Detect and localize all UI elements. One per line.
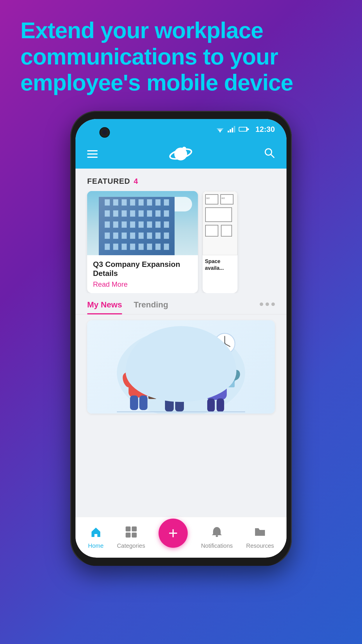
svg-rect-52 [217, 398, 224, 412]
nav-resources[interactable]: Resources [246, 526, 274, 549]
svg-rect-51 [207, 398, 215, 412]
more-dots[interactable] [260, 302, 275, 306]
svg-point-3 [219, 131, 221, 132]
news-card[interactable] [87, 320, 275, 414]
home-label: Home [88, 542, 103, 549]
categories-icon [125, 526, 137, 541]
floor-plan: 0/2 0/2 [203, 191, 238, 255]
fab-button[interactable]: + [159, 519, 188, 548]
logo-icon [169, 142, 192, 166]
featured-row: Q3 Company Expansion Details Read More 0… [75, 191, 287, 293]
nav-categories[interactable]: Categories [117, 526, 145, 549]
notifications-icon [211, 526, 223, 541]
svg-line-15 [271, 154, 274, 158]
status-time: 12:30 [256, 125, 275, 134]
svg-rect-57 [132, 533, 137, 538]
svg-rect-58 [216, 535, 218, 537]
svg-rect-6 [232, 128, 233, 132]
search-button[interactable] [264, 147, 275, 161]
building-illustration [87, 191, 198, 255]
camera [99, 127, 110, 138]
featured-header: FEATURED 4 [75, 169, 287, 191]
categories-label: Categories [117, 542, 145, 549]
card-info: Q3 Company Expansion Details Read More [87, 255, 198, 293]
wifi-icon [215, 126, 225, 132]
nav-home[interactable]: Home [88, 526, 103, 549]
bottom-nav: Home Categories + [75, 517, 287, 558]
top-nav [75, 139, 287, 169]
svg-rect-5 [230, 129, 231, 132]
svg-rect-7 [234, 126, 235, 132]
fab-plus-icon: + [168, 525, 178, 541]
content-area: FEATURED 4 [75, 169, 287, 517]
nav-notifications[interactable]: Notifications [201, 526, 233, 549]
team-illustration [87, 320, 275, 414]
phone-shell: 12:30 FEATURE [70, 111, 292, 566]
headline-text: Extend your workplace communications to … [20, 18, 342, 96]
phone-screen: 12:30 FEATURE [75, 119, 287, 558]
signal-icon [228, 126, 236, 132]
card-title: Q3 Company Expansion Details [93, 260, 192, 278]
card-link[interactable]: Read More [93, 280, 192, 288]
resources-label: Resources [246, 542, 274, 549]
svg-rect-55 [132, 526, 137, 531]
resources-icon [254, 526, 266, 541]
tab-trending[interactable]: Trending [134, 300, 168, 314]
tab-my-news[interactable]: My News [87, 300, 122, 314]
svg-rect-54 [126, 526, 131, 531]
svg-rect-4 [228, 131, 229, 132]
tabs-section: My News Trending [75, 300, 287, 314]
svg-rect-56 [126, 533, 131, 538]
featured-label: FEATURED [87, 177, 130, 186]
svg-rect-40 [130, 396, 138, 410]
svg-point-13 [182, 147, 186, 151]
tabs-section-wrapper: My News Trending [75, 300, 287, 314]
featured-card-main[interactable]: Q3 Company Expansion Details Read More [87, 191, 198, 293]
side-card-title: Spaceavaila... [205, 258, 235, 272]
svg-rect-10 [247, 128, 249, 130]
home-icon [90, 526, 102, 541]
battery-icon [239, 126, 249, 132]
side-card-info: Spaceavaila... [203, 255, 238, 275]
featured-count: 4 [134, 177, 138, 186]
svg-rect-9 [239, 127, 246, 131]
notifications-label: Notifications [201, 542, 233, 549]
hamburger-button[interactable] [87, 150, 98, 158]
news-section [75, 320, 287, 414]
featured-card-side[interactable]: 0/2 0/2 Spaceavaila... [203, 191, 238, 293]
svg-rect-41 [139, 396, 147, 410]
